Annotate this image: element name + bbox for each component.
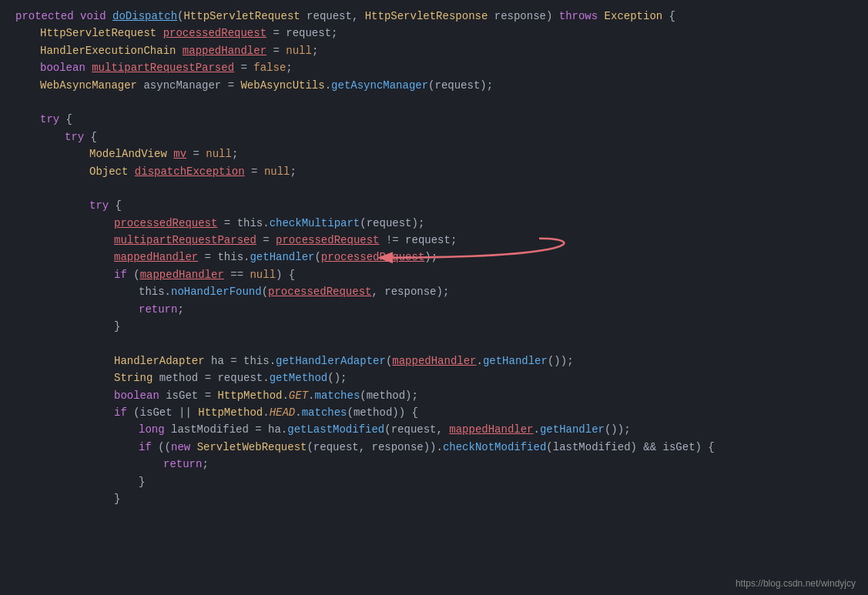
code-line: boolean multipartRequestParsed = false; bbox=[0, 59, 868, 76]
code-block: protected void doDispatch(HttpServletReq… bbox=[0, 0, 868, 515]
code-line: try { bbox=[0, 197, 868, 214]
code-line: Object dispatchException = null; bbox=[0, 163, 868, 180]
code-line: multipartRequestParsed = processedReques… bbox=[0, 232, 868, 249]
code-line: if ((new ServletWebRequest(request, resp… bbox=[0, 439, 868, 456]
watermark: https://blog.csdn.net/windyjcy bbox=[736, 578, 856, 589]
code-line: HttpServletRequest processedRequest = re… bbox=[0, 25, 868, 42]
code-line bbox=[0, 180, 868, 197]
code-line: String method = request.getMethod(); bbox=[0, 369, 868, 386]
code-line: mappedHandler = this.getHandler(processe… bbox=[0, 249, 868, 266]
code-line bbox=[0, 94, 868, 111]
code-line: WebAsyncManager asyncManager = WebAsyncU… bbox=[0, 77, 868, 94]
code-line bbox=[0, 335, 868, 352]
code-line: return; bbox=[0, 456, 868, 473]
code-line: try { bbox=[0, 111, 868, 128]
code-line: return; bbox=[0, 301, 868, 318]
code-line: protected void doDispatch(HttpServletReq… bbox=[0, 8, 868, 25]
code-line: long lastModified = ha.getLastModified(r… bbox=[0, 421, 868, 438]
code-line: if (isGet || HttpMethod.HEAD.matches(met… bbox=[0, 404, 868, 421]
code-line: if (mappedHandler == null) { bbox=[0, 266, 868, 283]
code-line: try { bbox=[0, 129, 868, 145]
code-line: } bbox=[0, 490, 868, 507]
code-line: processedRequest = this.checkMultipart(r… bbox=[0, 215, 868, 232]
code-line: this.noHandlerFound(processedRequest, re… bbox=[0, 283, 868, 300]
code-line: } bbox=[0, 473, 868, 490]
code-line: HandlerAdapter ha = this.getHandlerAdapt… bbox=[0, 353, 868, 369]
code-line: boolean isGet = HttpMethod.GET.matches(m… bbox=[0, 387, 868, 404]
code-line: ModelAndView mv = null; bbox=[0, 145, 868, 162]
code-line: } bbox=[0, 318, 868, 335]
code-line: HandlerExecutionChain mappedHandler = nu… bbox=[0, 42, 868, 59]
